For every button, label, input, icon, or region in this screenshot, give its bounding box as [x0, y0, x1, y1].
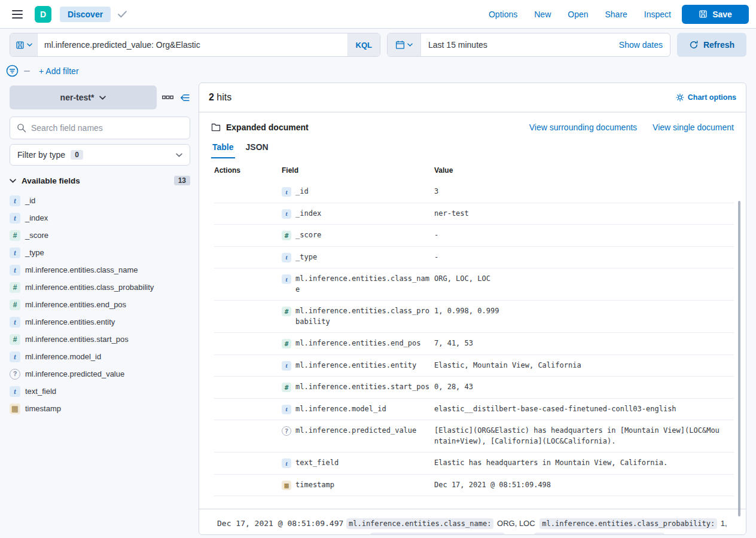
index-pattern-switcher[interactable]: ner-test*	[10, 85, 157, 109]
save-button[interactable]: Save	[682, 5, 749, 24]
field-name: ml.inference.entities.class_probability	[295, 306, 432, 327]
row-field-cell: ml.inference.model_id	[282, 404, 434, 415]
tab-table[interactable]: Table	[211, 142, 235, 158]
row-actions-cell[interactable]	[214, 230, 282, 241]
query-bar: KQL Last 15 minutes Show dates Refresh	[0, 29, 756, 57]
row-field-cell: text_field	[282, 458, 434, 469]
row-actions-cell[interactable]	[214, 187, 282, 197]
field-list-item[interactable]: timestamp	[10, 400, 190, 417]
field-type-icon	[10, 247, 20, 258]
field-filter-boxes-icon[interactable]	[162, 95, 173, 100]
row-actions-cell[interactable]	[214, 480, 282, 491]
field-list-item[interactable]: ml.inference.model_id	[10, 348, 190, 365]
table-row: text_field Elastic has headquarters in M…	[214, 453, 734, 475]
field-list-item[interactable]: _index	[10, 209, 190, 227]
field-type-icon	[10, 317, 20, 328]
breadcrumb[interactable]: Discover	[60, 7, 111, 22]
table-header-row: Actions Field Value	[214, 158, 734, 181]
row-field-cell: _type	[282, 252, 434, 263]
row-actions-cell[interactable]	[214, 209, 282, 219]
row-actions-cell[interactable]	[214, 404, 282, 415]
filter-menu-icon[interactable]	[6, 65, 19, 77]
tab-json[interactable]: JSON	[245, 142, 270, 158]
query-input[interactable]	[38, 40, 347, 50]
field-type-icon	[10, 195, 20, 206]
index-pattern-label: ner-test*	[60, 93, 94, 102]
field-name: ml.inference.predicted_value	[295, 426, 432, 436]
search-icon	[17, 123, 26, 133]
field-name: ml.inference.model_id	[25, 352, 101, 361]
row-actions-cell[interactable]	[214, 338, 282, 349]
vertical-scrollbar[interactable]	[738, 201, 740, 516]
time-picker-menu-button[interactable]	[388, 33, 421, 56]
field-type-icon	[282, 339, 291, 349]
row-value-cell: Elastic has headquarters in Mountain Vie…	[434, 458, 721, 469]
view-surrounding-documents-link[interactable]: View surrounding documents	[529, 123, 637, 132]
row-actions-cell[interactable]	[214, 426, 282, 447]
document-summary: ml.inference.entities.class_name: ORG, L…	[346, 516, 728, 535]
available-fields-label: Available fields	[22, 176, 80, 185]
summary-field-pill: ml.inference.entities.class_probability:	[539, 518, 717, 529]
available-fields-header[interactable]: Available fields 13	[10, 176, 190, 185]
row-actions-cell[interactable]	[214, 458, 282, 469]
field-type-icon	[10, 334, 20, 345]
row-value-cell: ORG, LOC, LOC	[434, 274, 721, 295]
field-list-item[interactable]: ml.inference.entities.class_name	[10, 261, 190, 279]
row-field-cell: _index	[282, 209, 434, 219]
expanded-document-title-group: Expanded document	[211, 123, 309, 132]
table-row: timestamp Dec 17, 2021 @ 08:51:09.498	[214, 475, 734, 497]
chevron-down-icon	[176, 153, 182, 157]
field-list-item[interactable]: _score	[10, 227, 190, 244]
show-dates-link[interactable]: Show dates	[612, 40, 670, 50]
row-actions-cell[interactable]	[214, 382, 282, 393]
filter-by-type-label: Filter by type	[17, 150, 65, 160]
row-field-cell: timestamp	[282, 480, 434, 491]
chevron-down-icon	[99, 96, 106, 100]
refresh-button[interactable]: Refresh	[677, 33, 746, 57]
row-field-cell: _score	[282, 230, 434, 241]
expanded-document-section: Expanded document View surrounding docum…	[199, 112, 746, 496]
table-row: ml.inference.entities.end_pos 7, 41, 53	[214, 333, 734, 355]
menu-icon[interactable]	[10, 7, 25, 22]
field-list-item[interactable]: ml.inference.entities.class_probability	[10, 279, 190, 296]
field-type-icon	[282, 253, 291, 262]
row-actions-cell[interactable]	[214, 252, 282, 263]
field-list-item[interactable]: ml.inference.entities.entity	[10, 313, 190, 331]
filter-by-type-select[interactable]: Filter by type 0	[10, 144, 190, 166]
query-language-button[interactable]: KQL	[347, 33, 380, 56]
chevron-down-icon	[10, 179, 16, 183]
field-list-item[interactable]: ml.inference.entities.start_pos	[10, 331, 190, 348]
field-list-item[interactable]: ml.inference.predicted_value	[10, 365, 190, 383]
top-nav-link[interactable]: Open	[568, 10, 588, 19]
expand-document-chevron-icon[interactable]	[204, 519, 214, 535]
top-nav-link[interactable]: New	[534, 10, 551, 19]
field-list-item[interactable]: _type	[10, 244, 190, 261]
field-name: _index	[25, 213, 48, 222]
field-search-input[interactable]	[31, 123, 183, 133]
field-type-icon	[282, 383, 291, 392]
field-list-item[interactable]: ml.inference.entities.end_pos	[10, 296, 190, 313]
row-actions-cell[interactable]	[214, 306, 282, 327]
workspace: ner-test* Filter by type 0	[0, 82, 756, 535]
add-filter-link[interactable]: + Add filter	[39, 66, 79, 76]
row-value-cell: Dec 17, 2021 @ 08:51:09.498	[434, 480, 721, 491]
table-body: _id 3 _index ner-test	[214, 181, 734, 496]
saved-query-menu-button[interactable]	[10, 33, 38, 56]
field-list-item[interactable]: _id	[10, 192, 190, 209]
time-range-value[interactable]: Last 15 minutes	[421, 40, 612, 50]
field-list-item[interactable]: text_field	[10, 383, 190, 400]
view-single-document-link[interactable]: View single document	[653, 123, 734, 132]
field-name: timestamp	[295, 480, 432, 491]
collapse-sidebar-icon[interactable]	[179, 93, 190, 103]
app-logo[interactable]: D	[35, 6, 51, 23]
chart-options-button[interactable]: Chart options	[676, 93, 736, 102]
row-value-cell: 1, 0.998, 0.999	[434, 306, 721, 327]
row-field-cell: _id	[282, 187, 434, 197]
row-actions-cell[interactable]	[214, 360, 282, 371]
row-actions-cell[interactable]	[214, 274, 282, 295]
index-pattern-row: ner-test*	[10, 85, 190, 109]
top-nav-link[interactable]: Options	[489, 10, 517, 19]
field-name: text_field	[25, 387, 56, 396]
top-nav-link[interactable]: Share	[605, 10, 627, 19]
top-nav-link[interactable]: Inspect	[644, 10, 671, 19]
